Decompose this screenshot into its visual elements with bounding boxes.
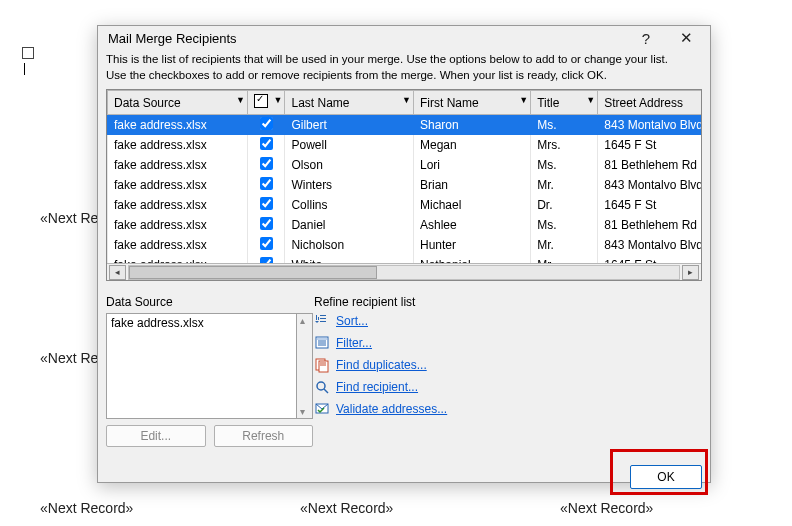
data-source-item[interactable]: fake address.xlsx: [107, 314, 296, 332]
help-button[interactable]: ?: [626, 26, 666, 50]
cell-data-source: fake address.xlsx: [108, 255, 248, 263]
cell-checkbox[interactable]: [247, 255, 285, 263]
scroll-thumb[interactable]: [129, 266, 377, 279]
cell-title: Mr.: [531, 235, 598, 255]
data-source-listbox[interactable]: fake address.xlsx: [106, 313, 296, 419]
table-row[interactable]: fake address.xlsxPowellMeganMrs.1645 F S…: [108, 135, 702, 155]
cell-street: 843 Montalvo Blvd: [598, 175, 701, 195]
refine-panel: Refine recipient list Sort... Filter... …: [314, 295, 702, 447]
cell-checkbox[interactable]: [247, 235, 285, 255]
find-icon: [314, 379, 330, 395]
refresh-button[interactable]: Refresh: [214, 425, 314, 447]
horizontal-scrollbar[interactable]: ◂ ▸: [107, 263, 701, 280]
column-header-street[interactable]: Street Address▼: [598, 91, 701, 115]
cell-checkbox[interactable]: [247, 135, 285, 155]
cell-title: Mr.: [531, 255, 598, 263]
column-header-last-name[interactable]: Last Name▼: [285, 91, 414, 115]
cell-first-name: Sharon: [414, 115, 531, 136]
cell-first-name: Nathaniel: [414, 255, 531, 263]
cell-last-name: White: [285, 255, 414, 263]
duplicates-icon: [314, 357, 330, 373]
column-header-data-source[interactable]: Data Source▼: [108, 91, 248, 115]
table-row[interactable]: fake address.xlsxNicholsonHunterMr.843 M…: [108, 235, 702, 255]
ok-button[interactable]: OK: [630, 465, 702, 489]
row-checkbox[interactable]: [260, 117, 273, 130]
cell-data-source: fake address.xlsx: [108, 135, 248, 155]
cell-first-name: Michael: [414, 195, 531, 215]
mail-merge-recipients-dialog: Mail Merge Recipients ? ✕ This is the li…: [97, 25, 711, 483]
cell-last-name: Olson: [285, 155, 414, 175]
cell-street: 81 Bethlehem Rd: [598, 215, 701, 235]
check-icon: [254, 94, 268, 108]
cell-checkbox[interactable]: [247, 195, 285, 215]
find-recipient-link[interactable]: Find recipient...: [336, 380, 418, 394]
cell-last-name: Powell: [285, 135, 414, 155]
table-row[interactable]: fake address.xlsxOlsonLoriMs.81 Bethlehe…: [108, 155, 702, 175]
cell-last-name: Gilbert: [285, 115, 414, 136]
cell-checkbox[interactable]: [247, 215, 285, 235]
svg-point-4: [317, 382, 325, 390]
merge-field: «Next Record»: [40, 500, 133, 516]
data-source-panel: Data Source fake address.xlsx Edit... Re…: [106, 295, 296, 447]
validate-addresses-link[interactable]: Validate addresses...: [336, 402, 447, 416]
row-checkbox[interactable]: [260, 157, 273, 170]
row-checkbox[interactable]: [260, 137, 273, 150]
column-header-title[interactable]: Title▼: [531, 91, 598, 115]
cell-last-name: Collins: [285, 195, 414, 215]
row-checkbox[interactable]: [260, 177, 273, 190]
cell-street: 1645 F St: [598, 195, 701, 215]
row-checkbox[interactable]: [260, 217, 273, 230]
cell-title: Dr.: [531, 195, 598, 215]
cell-last-name: Daniel: [285, 215, 414, 235]
cell-last-name: Nicholson: [285, 235, 414, 255]
chevron-down-icon[interactable]: ▼: [236, 95, 245, 105]
cell-street: 81 Bethlehem Rd: [598, 155, 701, 175]
column-header-first-name[interactable]: First Name▼: [414, 91, 531, 115]
cell-first-name: Lori: [414, 155, 531, 175]
merge-field: «Next Record»: [300, 500, 393, 516]
refine-label: Refine recipient list: [314, 295, 702, 309]
cell-first-name: Megan: [414, 135, 531, 155]
edit-button[interactable]: Edit...: [106, 425, 206, 447]
filter-icon: [314, 335, 330, 351]
table-row[interactable]: fake address.xlsxCollinsMichaelDr.1645 F…: [108, 195, 702, 215]
table-row[interactable]: fake address.xlsxWintersBrianMr.843 Mont…: [108, 175, 702, 195]
scroll-right-icon[interactable]: ▸: [682, 265, 699, 280]
cell-first-name: Hunter: [414, 235, 531, 255]
cell-street: 843 Montalvo Blvd: [598, 235, 701, 255]
scroll-left-icon[interactable]: ◂: [109, 265, 126, 280]
dialog-description: This is the list of recipients that will…: [106, 50, 702, 89]
cell-data-source: fake address.xlsx: [108, 115, 248, 136]
sort-icon: [314, 313, 330, 329]
dialog-title: Mail Merge Recipients: [108, 31, 626, 46]
cell-street: 843 Montalvo Blvd: [598, 115, 701, 136]
filter-link[interactable]: Filter...: [336, 336, 372, 350]
cell-last-name: Winters: [285, 175, 414, 195]
chevron-down-icon[interactable]: ▼: [586, 95, 595, 105]
cell-title: Ms.: [531, 215, 598, 235]
table-row[interactable]: fake address.xlsxDanielAshleeMs.81 Bethl…: [108, 215, 702, 235]
cell-title: Ms.: [531, 115, 598, 136]
sort-link[interactable]: Sort...: [336, 314, 368, 328]
cell-first-name: Brian: [414, 175, 531, 195]
vertical-scrollbar[interactable]: [296, 313, 313, 419]
validate-icon: [314, 401, 330, 417]
chevron-down-icon[interactable]: ▼: [519, 95, 528, 105]
chevron-down-icon[interactable]: ▼: [274, 95, 283, 105]
row-checkbox[interactable]: [260, 237, 273, 250]
cell-title: Mrs.: [531, 135, 598, 155]
row-checkbox[interactable]: [260, 197, 273, 210]
find-duplicates-link[interactable]: Find duplicates...: [336, 358, 427, 372]
cell-street: 1645 F St: [598, 255, 701, 263]
cell-checkbox[interactable]: [247, 155, 285, 175]
cell-checkbox[interactable]: [247, 115, 285, 136]
close-button[interactable]: ✕: [666, 26, 706, 50]
table-row[interactable]: fake address.xlsxGilbertSharonMs.843 Mon…: [108, 115, 702, 136]
cell-checkbox[interactable]: [247, 175, 285, 195]
cell-data-source: fake address.xlsx: [108, 195, 248, 215]
cell-data-source: fake address.xlsx: [108, 235, 248, 255]
recipients-grid[interactable]: Data Source▼ ▼ Last Name▼ First Name▼ Ti…: [106, 89, 702, 281]
column-header-checkbox[interactable]: ▼: [247, 91, 285, 115]
table-row[interactable]: fake address.xlsxWhiteNathanielMr.1645 F…: [108, 255, 702, 263]
chevron-down-icon[interactable]: ▼: [402, 95, 411, 105]
